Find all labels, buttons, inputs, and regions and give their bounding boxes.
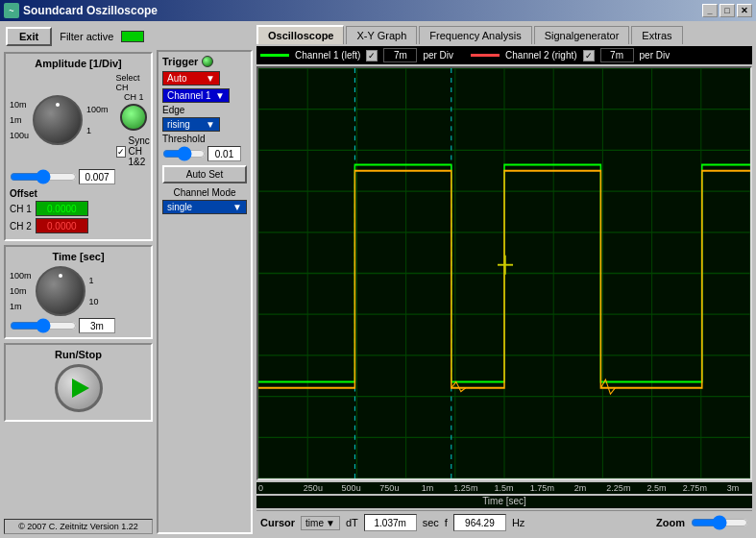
amplitude-value-input[interactable] xyxy=(79,169,115,184)
offset-area: Offset CH 1 CH 2 xyxy=(10,188,147,233)
ch2-offset-label: CH 2 xyxy=(10,221,32,232)
scope-display xyxy=(256,66,752,480)
time-slider-area xyxy=(10,318,147,333)
app-icon: ~ xyxy=(4,3,19,18)
filter-label: Filter active xyxy=(60,31,113,42)
ch2-per-div-input[interactable] xyxy=(600,48,634,62)
ch2-offset-input[interactable] xyxy=(36,218,88,233)
ch1-offset-input[interactable] xyxy=(36,201,88,216)
amplitude-knob[interactable] xyxy=(33,95,83,145)
runstop-section: Run/Stop xyxy=(4,343,153,422)
amp-label-100u: 100u xyxy=(10,131,29,140)
time-label-1: 1 xyxy=(89,276,99,285)
ch1-indicator xyxy=(120,104,147,131)
time-section: Time [sec] 100m 10m 1m 1 10 xyxy=(4,245,153,339)
trigger-mode-dropdown[interactable]: Auto ▼ xyxy=(162,71,220,86)
copyright: © 2007 C. Zeitnitz Version 1.22 xyxy=(4,519,153,534)
x-label-0: 0 xyxy=(256,483,294,493)
ch2-line-indicator xyxy=(471,54,500,57)
zoom-label: Zoom xyxy=(656,517,685,528)
x-axis-title: Time [sec] xyxy=(256,496,752,508)
filter-indicator xyxy=(121,31,144,42)
center-panel: Trigger Auto ▼ Channel 1 ▼ Edge rising ▼… xyxy=(157,25,253,534)
trigger-section: Trigger Auto ▼ Channel 1 ▼ Edge rising ▼… xyxy=(157,50,253,534)
trigger-mode-label: Auto xyxy=(167,73,187,84)
window-controls: _ □ ✕ xyxy=(702,4,752,17)
runstop-button[interactable] xyxy=(55,364,103,412)
trigger-edge-dropdown[interactable]: rising ▼ xyxy=(162,117,220,132)
tab-xy-graph[interactable]: X-Y Graph xyxy=(346,26,417,44)
trigger-channel-arrow: ▼ xyxy=(215,90,225,101)
amplitude-title: Amplitude [1/Div] xyxy=(10,58,147,69)
x-label-250u: 250u xyxy=(294,483,332,493)
cursor-type-dropdown[interactable]: time ▼ xyxy=(301,516,340,530)
tab-extras[interactable]: Extras xyxy=(631,26,682,44)
trigger-edge-arrow: ▼ xyxy=(206,119,215,130)
time-labels-left: 100m 10m 1m xyxy=(10,271,32,311)
time-label-10m: 10m xyxy=(10,286,32,296)
ch1-checkbox[interactable]: ✓ xyxy=(366,50,378,61)
ch2-checkbox[interactable]: ✓ xyxy=(583,50,595,61)
trigger-channel-dropdown[interactable]: Channel 1 ▼ xyxy=(162,88,230,103)
ch1-line-indicator xyxy=(260,54,289,57)
f-unit: Hz xyxy=(512,517,524,528)
time-knob[interactable] xyxy=(36,266,85,316)
ch2-per-div-label: per Div xyxy=(640,50,671,61)
channel-mode-arrow: ▼ xyxy=(232,202,242,212)
trigger-mode-arrow: ▼ xyxy=(206,73,215,84)
edge-label: Edge xyxy=(162,105,247,115)
amplitude-knob-area: 10m 1m 100u 100m 1 xyxy=(10,73,109,167)
channel-mode-label: Channel Mode xyxy=(162,187,247,198)
ch1-per-div-input[interactable] xyxy=(383,48,417,62)
x-label-25m: 2.5m xyxy=(638,483,676,493)
x-label-750u: 750u xyxy=(371,483,409,493)
time-value-input[interactable] xyxy=(79,318,115,333)
threshold-slider-area xyxy=(162,146,247,161)
channel-row: Channel 1 (left) ✓ per Div Channel 2 (ri… xyxy=(256,46,752,64)
tab-frequency-analysis[interactable]: Frequency Analysis xyxy=(419,26,531,44)
sync-check[interactable]: ✓ xyxy=(116,146,126,158)
threshold-input[interactable] xyxy=(207,146,241,161)
select-ch-label: Select CH xyxy=(116,73,152,92)
time-label-10: 10 xyxy=(89,297,99,306)
minimize-button[interactable]: _ xyxy=(702,4,718,17)
dt-value-input[interactable] xyxy=(364,514,417,531)
main-content: Exit Filter active Amplitude [1/Div] 10m… xyxy=(0,21,756,538)
tab-oscilloscope[interactable]: Oscilloscope xyxy=(256,25,344,44)
x-label-3m: 3m xyxy=(714,483,752,493)
trigger-channel-label: Channel 1 xyxy=(167,90,211,101)
amp-label-1m: 1m xyxy=(10,115,29,125)
exit-button[interactable]: Exit xyxy=(6,27,52,46)
cursor-type-arrow: ▼ xyxy=(326,518,335,528)
channel-mode-value: single xyxy=(167,202,192,212)
x-label-225m: 2.25m xyxy=(599,483,638,493)
close-button[interactable]: ✕ xyxy=(737,4,752,17)
tab-signalgenerator[interactable]: Signalgenerator xyxy=(534,26,630,44)
x-label-500u: 500u xyxy=(332,483,371,493)
title-bar: ~ Soundcard Oszilloscope _ □ ✕ xyxy=(0,0,756,21)
ch1-channel-label: Channel 1 (left) xyxy=(295,50,360,61)
threshold-slider[interactable] xyxy=(162,146,206,161)
channel-mode-dropdown[interactable]: single ▼ xyxy=(162,200,247,214)
x-label-175m: 1.75m xyxy=(524,483,562,493)
top-controls: Exit Filter active xyxy=(4,25,153,48)
time-labels-right: 1 10 xyxy=(89,276,99,306)
auto-set-button[interactable]: Auto Set xyxy=(162,165,247,183)
amplitude-slider-area xyxy=(10,169,147,184)
dt-unit: sec xyxy=(423,517,439,528)
time-knob-dot xyxy=(59,274,62,278)
cursor-label: Cursor xyxy=(260,517,295,528)
sync-checkbox[interactable]: ✓ Sync CH 1&2 xyxy=(116,135,152,167)
trigger-title-row: Trigger xyxy=(162,56,247,67)
time-slider[interactable] xyxy=(10,318,77,333)
x-label-275m: 2.75m xyxy=(676,483,715,493)
ch2-offset-row: CH 2 xyxy=(10,218,147,233)
time-label-100m: 100m xyxy=(10,271,32,281)
amplitude-slider[interactable] xyxy=(10,169,77,184)
f-value-input[interactable] xyxy=(453,514,506,531)
ch1-offset-row: CH 1 xyxy=(10,201,147,216)
maximize-button[interactable]: □ xyxy=(719,4,735,17)
zoom-slider[interactable] xyxy=(691,515,748,530)
amp-label-10m: 10m xyxy=(10,100,29,110)
app-title: Soundcard Oszilloscope xyxy=(23,4,158,17)
